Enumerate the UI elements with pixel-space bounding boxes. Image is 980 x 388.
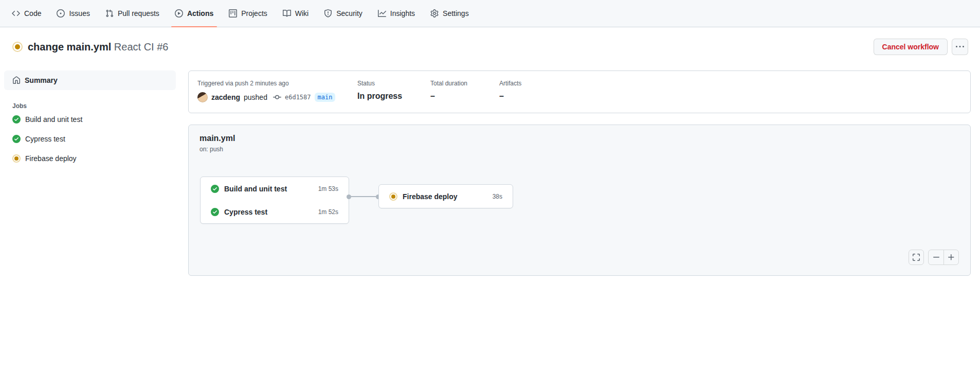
check-circle-icon: [12, 135, 21, 143]
project-icon: [229, 9, 237, 17]
status-column: Status In progress: [357, 80, 430, 102]
tab-code[interactable]: Code: [4, 0, 49, 27]
sidebar-job-label: Cypress test: [25, 135, 65, 143]
duration-column: Total duration –: [430, 80, 499, 102]
artifacts-label: Artifacts: [499, 80, 521, 87]
commit-sha[interactable]: e6d1587: [285, 94, 311, 101]
header-actions: Cancel workflow: [874, 39, 968, 55]
tab-security[interactable]: Security: [316, 0, 370, 27]
run-title-workflow: React CI #6: [114, 41, 169, 52]
kebab-horizontal-icon: [956, 43, 964, 51]
status-label: Status: [357, 80, 430, 87]
page-title: change main.yml React CI #6: [28, 41, 168, 53]
home-icon: [12, 76, 21, 84]
graph-job-duration: 38s: [493, 193, 502, 200]
tab-pull-requests-label: Pull requests: [118, 9, 159, 17]
graph-job-build-and-unit-test[interactable]: Build and unit test 1m 53s: [201, 177, 349, 200]
tab-security-label: Security: [336, 9, 362, 17]
cancel-workflow-button[interactable]: Cancel workflow: [874, 39, 948, 55]
git-pull-request-icon: [105, 9, 114, 17]
sidebar-item-summary[interactable]: Summary: [4, 70, 176, 90]
commit-icon-wrap: [273, 93, 281, 101]
sidebar-jobs-heading: Jobs: [4, 102, 176, 110]
artifacts-column: Artifacts –: [499, 80, 521, 102]
trigger-label: Triggered via push 2 minutes ago: [197, 80, 357, 87]
plus-icon: [947, 253, 955, 261]
status-value: In progress: [357, 92, 430, 101]
sidebar-job-label: Build and unit test: [25, 115, 82, 124]
screen-full-icon: [912, 253, 920, 261]
gear-icon: [430, 9, 439, 17]
minus-icon: [932, 253, 940, 261]
graph-job-duration: 1m 53s: [318, 185, 338, 192]
graph-job-label: Cypress test: [224, 208, 267, 216]
run-main: Triggered via push 2 minutes ago zacdeng…: [188, 70, 971, 276]
content-layout: Summary Jobs Build and unit test Cypress…: [0, 70, 980, 276]
tab-actions[interactable]: Actions: [167, 0, 221, 27]
tab-projects-label: Projects: [241, 9, 267, 17]
in-progress-icon: [389, 192, 397, 201]
avatar[interactable]: [197, 92, 208, 102]
shield-icon: [324, 9, 332, 17]
graph-job-label: Firebase deploy: [403, 192, 458, 201]
workflow-file-name: main.yml: [199, 134, 235, 143]
graph-header: main.yml on: push: [199, 134, 235, 153]
graph-icon: [378, 9, 386, 17]
sidebar-job-build-and-unit-test[interactable]: Build and unit test: [4, 110, 176, 129]
zoom-out-button[interactable]: [929, 250, 943, 264]
in-progress-icon: [12, 154, 21, 163]
graph-controls: [909, 250, 959, 265]
repo-nav: Code Issues Pull requests Actions Projec…: [0, 0, 980, 27]
run-title-text: change main.yml: [28, 41, 111, 52]
sidebar-job-cypress-test[interactable]: Cypress test: [4, 129, 176, 149]
commit-row: zacdeng pushed e6d1587 main: [197, 92, 357, 102]
kebab-menu-button[interactable]: [952, 39, 968, 55]
graph-job-duration: 1m 52s: [318, 208, 338, 216]
actor-login[interactable]: zacdeng: [211, 93, 240, 101]
tab-settings-label: Settings: [443, 9, 469, 17]
code-icon: [12, 9, 20, 17]
play-circle-icon: [175, 9, 183, 17]
tab-issues-label: Issues: [69, 9, 89, 17]
actor-action: pushed: [244, 93, 267, 101]
check-circle-icon: [12, 115, 21, 124]
zoom-in-button[interactable]: [943, 250, 958, 264]
run-info-panel: Triggered via push 2 minutes ago zacdeng…: [188, 70, 971, 113]
trigger-info: Triggered via push 2 minutes ago zacdeng…: [197, 80, 357, 102]
check-circle-icon: [211, 208, 219, 216]
tab-settings[interactable]: Settings: [423, 0, 477, 27]
sidebar-job-label: Firebase deploy: [25, 154, 77, 163]
graph-job-label: Build and unit test: [224, 185, 287, 193]
check-circle-icon: [211, 185, 219, 193]
tab-pull-requests[interactable]: Pull requests: [98, 0, 167, 27]
sidebar-job-firebase-deploy[interactable]: Firebase deploy: [4, 149, 176, 168]
workflow-trigger: on: push: [199, 146, 235, 153]
book-icon: [283, 9, 291, 17]
duration-label: Total duration: [430, 80, 499, 87]
artifacts-value: –: [499, 92, 521, 101]
tab-wiki-label: Wiki: [295, 9, 308, 17]
tab-actions-label: Actions: [187, 9, 213, 17]
run-sidebar: Summary Jobs Build and unit test Cypress…: [4, 70, 176, 168]
tab-projects[interactable]: Projects: [221, 0, 275, 27]
git-commit-icon: [273, 93, 281, 101]
workflow-graph-panel: main.yml on: push Build and unit test 1m…: [188, 125, 971, 276]
tab-insights[interactable]: Insights: [370, 0, 423, 27]
tab-code-label: Code: [24, 9, 41, 17]
connector-line: [349, 196, 378, 197]
run-header: change main.yml React CI #6 Cancel workf…: [0, 27, 980, 55]
zoom-control: [928, 250, 959, 265]
tab-insights-label: Insights: [390, 9, 415, 17]
tab-wiki[interactable]: Wiki: [275, 0, 316, 27]
run-status-in-progress-icon: [12, 42, 23, 52]
branch-badge[interactable]: main: [315, 93, 336, 102]
duration-value: –: [430, 92, 499, 101]
graph-job-cypress-test[interactable]: Cypress test 1m 52s: [201, 200, 349, 223]
job-card-firebase-deploy: Firebase deploy 38s: [378, 184, 513, 208]
issue-opened-icon: [57, 9, 65, 17]
graph-job-firebase-deploy[interactable]: Firebase deploy 38s: [379, 185, 513, 208]
job-group-card: Build and unit test 1m 53s Cypress test …: [200, 177, 349, 224]
sidebar-summary-label: Summary: [25, 76, 58, 84]
tab-issues[interactable]: Issues: [49, 0, 97, 27]
fit-view-button[interactable]: [909, 250, 924, 265]
